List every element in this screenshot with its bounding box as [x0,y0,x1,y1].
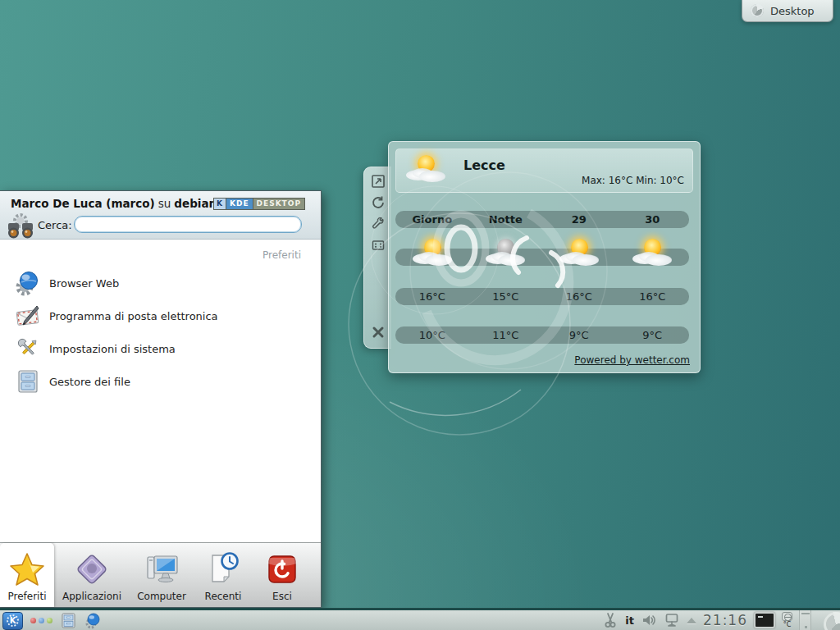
panel-spacer-widget[interactable] [799,610,811,630]
menu-item-system-settings[interactable]: Impostazioni di sistema [0,332,319,365]
weather-col-label: Notte [469,213,543,226]
menu-item-file-manager[interactable]: Gestore dei file [0,365,319,398]
expand-tray-arrow-icon[interactable] [687,618,696,623]
user-name: Marco De Luca (marco) [11,197,155,210]
keyboard-layout-indicator[interactable]: it [625,614,634,627]
web-browser-icon [15,270,41,296]
menu-item-label: Gestore dei file [49,376,130,388]
plasma-cashew-icon [824,612,840,630]
day-temp: 15°C [469,290,543,303]
weather-header: Lecce Max: 16°C Min: 10°C [395,148,693,193]
night-temp: 11°C [469,329,543,341]
plasma-cashew-icon [751,4,764,17]
network-icon[interactable] [664,612,680,628]
moon-cloud-icon [486,238,525,267]
web-browser-launcher[interactable] [84,612,102,629]
system-settings-icon [15,336,41,362]
tab-esci[interactable]: Esci [253,543,312,607]
green-dot-icon [47,618,52,623]
rotate-icon[interactable] [371,195,386,210]
weather-col-label: 29 [542,213,616,226]
search-input[interactable] [74,216,302,233]
tab-recenti[interactable]: Recenti [194,543,253,607]
close-icon[interactable] [371,325,386,340]
file-manager-launcher[interactable] [60,612,77,629]
day-temp: 16°C [616,290,690,303]
kickoff-tabbar: Preferiti Applicazioni [0,542,321,607]
panel-left-group: K [2,611,102,630]
host-name: debian [174,197,217,210]
tab-computer[interactable]: Computer [130,543,194,607]
weather-night-temps-row: 10°C 11°C 9°C 9°C [395,326,689,344]
plasmoid-handle[interactable] [363,167,391,349]
weather-city: Lecce [463,158,505,173]
email-icon [15,303,41,329]
clock[interactable]: 21:16 [703,612,747,628]
blue-dot-icon [39,618,44,623]
user-info: Marco De Luca (marco)sudebian [11,197,217,210]
weather-tray-icon [782,612,792,621]
weather-col-label: Giorno [395,213,469,226]
sun-cloud-icon [406,154,445,184]
kde-k-icon: K [7,614,19,627]
kmenu-button[interactable]: K [2,612,23,630]
menu-item-email-client[interactable]: Programma di posta elettronica [0,299,319,332]
kde-logo-icon: K [214,199,226,209]
search-label: Cerca: [38,219,72,231]
applications-diamond-icon [73,550,111,588]
night-temp: 10°C [395,329,469,341]
sun-cloud-icon [559,238,599,267]
kickoff-launcher: Marco De Luca (marco)sudebian K KDE DESK… [0,190,322,608]
power-icon [263,550,301,588]
panel-cashew[interactable] [818,610,840,630]
user-sep: su [158,197,171,210]
recent-documents-icon [204,550,242,588]
desktop-toolbox[interactable]: Desktop [742,0,833,22]
day-temp: 16°C [395,290,469,303]
weather-col-label: 30 [616,213,690,226]
weather-max-min: Max: 16°C Min: 10°C [582,175,684,186]
bottom-panel: K [0,608,840,630]
kickoff-header: Marco De Luca (marco)sudebian K KDE DESK… [0,191,321,240]
night-temp: 9°C [616,329,690,341]
file-cabinet-icon [15,368,41,395]
configure-wrench-icon[interactable] [371,217,386,231]
favorites-list: Browser Web Programma di posta elettroni… [0,267,319,398]
panel-right-group: it 21:16 °C [602,610,840,630]
resize-icon[interactable] [371,174,386,189]
computer-icon [143,550,180,588]
sun-cloud-icon [632,238,672,267]
desktop-toolbox-label: Desktop [770,5,815,17]
tab-preferiti[interactable]: Preferiti [0,543,54,607]
menu-item-label: Programma di posta elettronica [49,310,218,322]
sun-cloud-icon [413,238,452,267]
tab-applicazioni[interactable]: Applicazioni [54,543,130,607]
menu-item-label: Impostazioni di sistema [49,343,176,355]
terminal-icon[interactable] [754,612,775,628]
menu-item-label: Browser Web [49,277,119,290]
weather-day-temps-row: 16°C 15°C 16°C 16°C [395,288,689,305]
wetter-credit-link[interactable]: Powered by wetter.com [574,354,690,366]
star-icon [8,550,46,588]
red-dot-icon [30,618,36,623]
desktop: Desktop Lecce Max: 16°C Min: 10°C Gior [0,0,840,630]
kde-desktop-badge: K KDE DESKTOP [213,198,305,210]
night-temp: 9°C [542,329,616,341]
section-label: Preferiti [262,249,301,261]
day-temp: 16°C [542,290,616,303]
weather-icons-row [395,249,689,266]
weather-columns-row: Giorno Notte 29 30 [395,211,689,228]
weather-widget: Lecce Max: 16°C Min: 10°C Giorno Notte 2… [388,141,701,373]
activities-icon[interactable] [371,238,386,253]
volume-icon[interactable] [641,612,657,628]
search-binoculars-icon [6,212,35,240]
weather-tray-widget[interactable]: °C [782,612,792,628]
activity-dots[interactable] [30,618,52,623]
klipper-scissors-icon[interactable] [602,612,619,628]
menu-item-browser-web[interactable]: Browser Web [0,267,319,299]
